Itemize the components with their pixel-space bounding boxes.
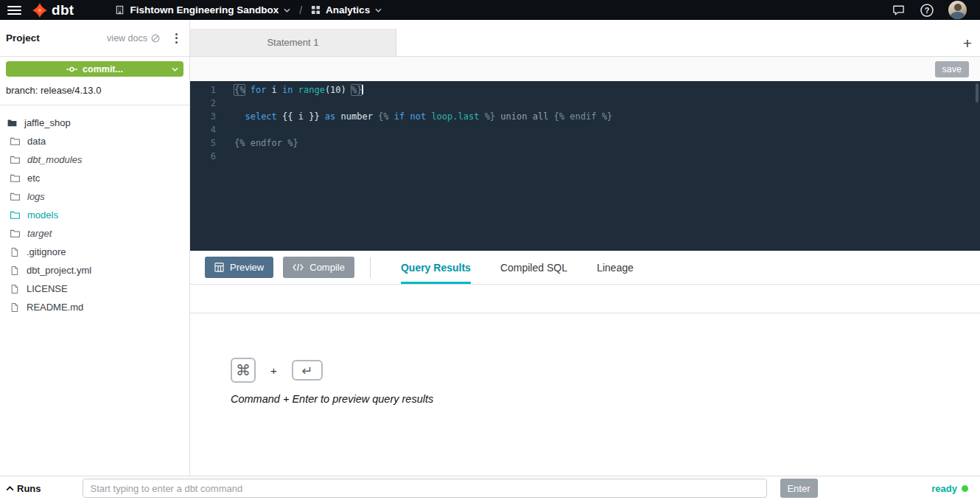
ready-dot: [962, 485, 968, 492]
tree-item-jaffle-shop[interactable]: jaffle_shop: [0, 114, 189, 132]
folder-icon: [10, 228, 21, 239]
chevron-down-icon: [172, 67, 178, 72]
account-name: Fishtown Engineering Sandbox: [130, 4, 279, 15]
tab-statement-1[interactable]: Statement 1: [190, 29, 396, 56]
main-layout: Project view docs commit... branch: rele…: [0, 20, 980, 476]
sidebar: Project view docs commit... branch: rele…: [0, 20, 190, 476]
help-icon[interactable]: ?: [920, 3, 934, 18]
view-docs-link[interactable]: view docs: [107, 33, 160, 44]
editor-scrollbar[interactable]: [976, 83, 979, 103]
preview-button[interactable]: Preview: [205, 257, 273, 278]
line-number: 5: [190, 136, 216, 150]
results-tab-lineage[interactable]: Lineage: [597, 251, 634, 284]
svg-text:?: ?: [925, 5, 930, 14]
line-number: 6: [190, 150, 216, 163]
kebab-menu-icon[interactable]: [171, 30, 182, 46]
code-line-4: 4: [190, 123, 980, 136]
sidebar-divider: [0, 105, 189, 105]
tree-item-models[interactable]: models: [0, 206, 189, 224]
feedback-icon[interactable]: [892, 3, 906, 17]
editor-toolbar: save: [190, 57, 980, 81]
building-icon: [115, 5, 125, 15]
line-number: 3: [190, 110, 216, 123]
tree-item-license[interactable]: LICENSE: [0, 279, 189, 298]
tree-item-label: etc: [27, 173, 40, 184]
results-tab-compiled-sql[interactable]: Compiled SQL: [500, 251, 567, 284]
project-name: Analytics: [326, 4, 370, 15]
tree-item-dbt-modules[interactable]: dbt_modules: [0, 150, 189, 169]
save-button[interactable]: save: [935, 61, 969, 77]
new-tab-button[interactable]: +: [963, 35, 972, 51]
compile-button-label: Compile: [309, 262, 345, 273]
runs-toggle[interactable]: Runs: [6, 483, 41, 494]
preview-hint: Command + Enter to preview query results: [231, 393, 980, 405]
file-icon: [10, 284, 20, 294]
dbt-command-input[interactable]: [83, 479, 767, 498]
folder-open-icon: [7, 117, 18, 128]
avatar[interactable]: [948, 1, 967, 19]
tree-item-target[interactable]: target: [0, 224, 189, 243]
folder-icon: [10, 173, 21, 184]
dbt-logo-icon: [32, 2, 48, 18]
view-docs-label: view docs: [107, 33, 147, 44]
status-ready: ready: [931, 483, 980, 494]
topbar: dbt Fishtown Engineering Sandbox / Analy…: [0, 0, 980, 20]
sidebar-title: Project: [6, 32, 40, 44]
results-toolbar: Preview Compile Query ResultsCompiled SQ…: [190, 251, 980, 285]
docs-icon: [151, 34, 160, 43]
code-lines: 1{% for i in range(10) %}23 select {{ i …: [190, 83, 980, 163]
tree-item-label: jaffle_shop: [24, 117, 71, 128]
plus-label: +: [270, 364, 277, 377]
preview-button-label: Preview: [230, 262, 264, 273]
folder-icon: [10, 154, 21, 165]
line-content: {% endfor %}: [234, 136, 298, 150]
project-switcher[interactable]: Analytics: [311, 4, 382, 15]
enter-button[interactable]: Enter: [780, 479, 818, 498]
folder-icon: [10, 191, 21, 202]
tree-item-dbt-project-yml[interactable]: dbt_project.yml: [0, 261, 189, 279]
tree-item-label: target: [27, 228, 52, 239]
chevron-down-icon: [284, 8, 290, 13]
tree-item-label: LICENSE: [27, 283, 68, 294]
code-editor[interactable]: 1{% for i in range(10) %}23 select {{ i …: [190, 81, 980, 251]
breadcrumb-separator: /: [299, 4, 302, 16]
preview-icon: [214, 263, 224, 272]
line-number: 4: [190, 123, 216, 136]
tree-item-gitignore[interactable]: .gitignore: [0, 243, 189, 261]
tree-item-readme-md[interactable]: README.md: [0, 298, 189, 316]
compile-icon: [293, 263, 304, 271]
commit-button[interactable]: commit...: [6, 61, 183, 77]
sidebar-body: commit... branch: release/4.13.0 jaffle_…: [0, 57, 189, 316]
code-line-1: 1{% for i in range(10) %}: [190, 83, 980, 97]
results-tab-query-results[interactable]: Query Results: [401, 251, 471, 284]
shortcut-keys: ⌘ + ↵: [231, 358, 980, 383]
results-body: ⌘ + ↵ Command + Enter to preview query r…: [190, 313, 980, 476]
tree-item-etc[interactable]: etc: [0, 169, 189, 187]
dbt-logo-text: dbt: [52, 3, 74, 17]
enter-key-icon: ↵: [292, 360, 323, 381]
folder-icon: [10, 136, 21, 147]
code-line-6: 6: [190, 150, 980, 163]
tree-item-data[interactable]: data: [0, 132, 189, 150]
runs-label: Runs: [17, 483, 41, 494]
command-key-icon: ⌘: [231, 358, 256, 383]
chevron-down-icon: [375, 8, 382, 13]
compile-button[interactable]: Compile: [283, 257, 354, 278]
results-subheader: [190, 285, 980, 313]
code-line-3: 3 select {{ i }} as number {% if not loo…: [190, 110, 980, 123]
branch-label: branch: release/4.13.0: [6, 85, 183, 96]
dbt-logo[interactable]: dbt: [32, 2, 74, 18]
folder-icon: [10, 209, 21, 221]
tree-item-label: .gitignore: [27, 246, 66, 257]
topbar-right: ?: [892, 1, 980, 19]
tree-item-logs[interactable]: logs: [0, 187, 189, 206]
tree-item-label: dbt_project.yml: [27, 265, 91, 276]
file-tree: jaffle_shopdatadbt_modulesetclogsmodelst…: [0, 114, 189, 316]
account-switcher[interactable]: Fishtown Engineering Sandbox: [115, 4, 290, 15]
file-icon: [10, 247, 20, 257]
commit-icon: [66, 66, 77, 73]
line-number: 1: [190, 83, 216, 97]
toolbar-divider: [370, 257, 371, 278]
menu-icon[interactable]: [7, 6, 21, 15]
tree-item-label: models: [27, 209, 58, 221]
